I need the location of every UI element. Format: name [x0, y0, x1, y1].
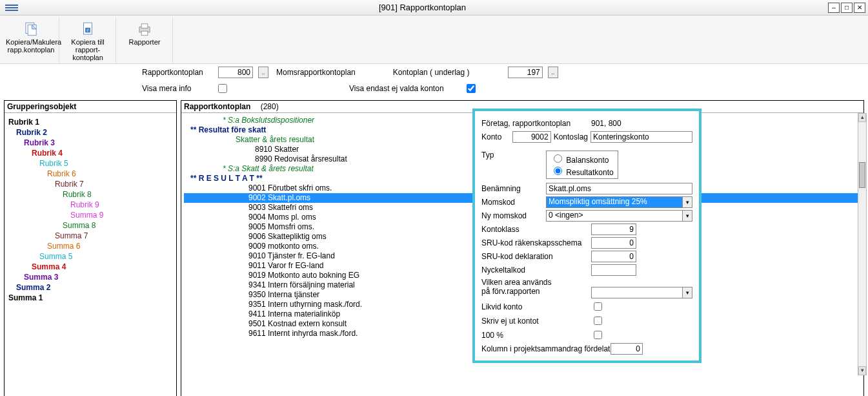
kopiera-till-label: Kopiera till rapport- kontoplan: [63, 38, 113, 61]
visa-mera-label: Visa mera info: [142, 84, 213, 93]
skrivej-checkbox[interactable]: [594, 317, 602, 325]
maximize-button[interactable]: □: [841, 3, 853, 13]
grouping-item[interactable]: Rubrik 4: [6, 148, 175, 158]
typ-radiogroup: Balanskonto Resultatkonto: [546, 151, 618, 179]
kontoslag-input[interactable]: [590, 131, 692, 143]
grouping-list[interactable]: Rubrik 1Rubrik 2Rubrik 3Rubrik 4Rubrik 5…: [5, 113, 176, 307]
grouping-header: Grupperingsobjekt: [5, 101, 176, 113]
grouping-panel: Grupperingsobjekt Rubrik 1Rubrik 2Rubrik…: [4, 100, 177, 396]
kontoklass-input[interactable]: [591, 224, 636, 235]
kopiera-till-button[interactable]: i Kopiera till rapport- kontoplan: [59, 17, 116, 63]
hundred-label: 100 %: [481, 331, 591, 340]
kontoplan-label: Kontoplan ( underlag ): [393, 68, 503, 77]
typ-resultat-radio[interactable]: Resultatkonto: [550, 165, 614, 177]
nymomskod-label: Ny momskod: [481, 211, 546, 220]
grouping-item[interactable]: Summa 9: [6, 210, 175, 220]
mid-header-label: Rapportkontoplan: [184, 102, 250, 111]
svg-rect-6: [141, 24, 148, 28]
typ-label: Typ: [481, 151, 546, 160]
grouping-item[interactable]: Rubrik 7: [6, 179, 175, 189]
visa-endast-label: Visa endast ej valda konton: [349, 84, 459, 93]
grouping-item[interactable]: Rubrik 2: [6, 127, 175, 138]
grouping-item[interactable]: Rubrik 6: [6, 169, 175, 179]
nyckeltal-input[interactable]: [591, 264, 636, 276]
typ-balans-radio[interactable]: Balanskonto: [550, 152, 614, 165]
printer-icon: [119, 20, 170, 38]
grouping-item[interactable]: Summa 1: [6, 293, 175, 303]
grouping-item[interactable]: Rubrik 5: [6, 158, 175, 169]
visa-endast-checkbox[interactable]: [467, 84, 476, 93]
copy-makulera-label: Kopiera/Makulera rapp.kontoplan: [6, 38, 56, 61]
hundred-checkbox[interactable]: [594, 331, 602, 339]
rapporter-button[interactable]: Rapporter: [116, 17, 173, 63]
hamburger-icon[interactable]: [5, 2, 18, 14]
sru-raken-label: SRU-kod räkenskapsschema: [481, 238, 591, 247]
rapportkontoplan-lookup[interactable]: ..: [258, 67, 268, 78]
sru-raken-input[interactable]: [591, 237, 636, 249]
grouping-item[interactable]: Rubrik 1: [6, 117, 175, 127]
chevron-down-icon[interactable]: ▾: [682, 287, 692, 298]
param-row2: Visa mera info Visa endast ej valda kont…: [0, 79, 868, 96]
nyckeltal-label: Nyckeltalkod: [481, 266, 591, 275]
rapportkontoplan-input[interactable]: [218, 67, 253, 78]
kontoslag-label: Kontoslag: [554, 132, 588, 141]
skrivej-label: Skriv ej ut kontot: [481, 317, 591, 326]
nymomskod-select[interactable]: 0 <ingen>: [546, 210, 692, 222]
rapportkontoplan-label: Rapportkontoplan: [142, 68, 213, 77]
param-row1: Rapportkontoplan .. Momsrapportkontoplan…: [0, 64, 868, 79]
titlebar: [901] Rapportkontoplan – □ ✕: [0, 0, 868, 16]
kontoplan-lookup[interactable]: ..: [548, 67, 558, 78]
grouping-item[interactable]: Rubrik 3: [6, 138, 175, 148]
grouping-item[interactable]: Summa 4: [6, 262, 175, 272]
momskod-select[interactable]: Momspliktig omsättning 25%: [546, 196, 692, 208]
copy-makulera-button[interactable]: Kopiera/Makulera rapp.kontoplan: [3, 17, 59, 63]
area-label: Vilken area användspå förv.rapporten: [481, 278, 591, 296]
scroll-thumb[interactable]: [859, 162, 865, 188]
sru-dekl-label: SRU-kod deklaration: [481, 252, 591, 261]
copy-to-icon: i: [63, 20, 113, 38]
kolumn-label: Kolumn i projektsammandrag fördelat: [481, 344, 611, 353]
grouping-item[interactable]: Summa 8: [6, 220, 175, 231]
area-select[interactable]: [591, 287, 692, 298]
scroll-up-icon[interactable]: ▴: [858, 113, 866, 122]
scrollbar[interactable]: ▴ ▾: [858, 113, 867, 375]
copy-page-icon: [6, 20, 56, 38]
konto-label: Konto: [481, 132, 512, 141]
window-title: [901] Rapportkontoplan: [18, 3, 827, 12]
mid-header-count: (280): [261, 102, 279, 111]
konto-input[interactable]: [512, 131, 551, 143]
chevron-down-icon[interactable]: ▾: [682, 196, 692, 208]
toolbar: Kopiera/Makulera rapp.kontoplan i Kopier…: [0, 16, 868, 64]
momskod-label: Momskod: [481, 198, 546, 207]
visa-mera-checkbox[interactable]: [218, 84, 227, 93]
chevron-down-icon[interactable]: ▾: [682, 210, 692, 222]
close-button[interactable]: ✕: [854, 3, 865, 13]
scroll-down-icon[interactable]: ▾: [858, 366, 866, 375]
detail-panel: Företag, rapportkontoplan 901, 800 Konto…: [472, 109, 701, 363]
workspace: Grupperingsobjekt Rubrik 1Rubrik 2Rubrik…: [0, 96, 868, 396]
grouping-item[interactable]: Rubrik 8: [6, 189, 175, 200]
kontoplan-input[interactable]: [508, 67, 543, 78]
likvid-checkbox[interactable]: [594, 302, 602, 311]
grouping-item[interactable]: Summa 2: [6, 282, 175, 293]
momsrapport-label: Momsrapportkontoplan: [276, 68, 356, 77]
grouping-item[interactable]: Summa 5: [6, 251, 175, 262]
svg-rect-7: [141, 31, 148, 36]
grouping-item[interactable]: Rubrik 9: [6, 200, 175, 210]
minimize-button[interactable]: –: [828, 3, 840, 13]
kolumn-input[interactable]: [611, 343, 643, 355]
rapporter-label: Rapporter: [119, 38, 170, 61]
benamning-input[interactable]: [546, 183, 692, 194]
foretag-label: Företag, rapportkontoplan: [481, 119, 591, 128]
sru-dekl-input[interactable]: [591, 251, 636, 262]
kontoklass-label: Kontoklass: [481, 225, 591, 234]
likvid-label: Likvid konto: [481, 302, 591, 311]
grouping-item[interactable]: Summa 3: [6, 272, 175, 282]
benamning-label: Benämning: [481, 184, 546, 193]
grouping-item[interactable]: Summa 6: [6, 241, 175, 251]
grouping-item[interactable]: Summa 7: [6, 231, 175, 241]
foretag-value: 901, 800: [591, 119, 621, 128]
